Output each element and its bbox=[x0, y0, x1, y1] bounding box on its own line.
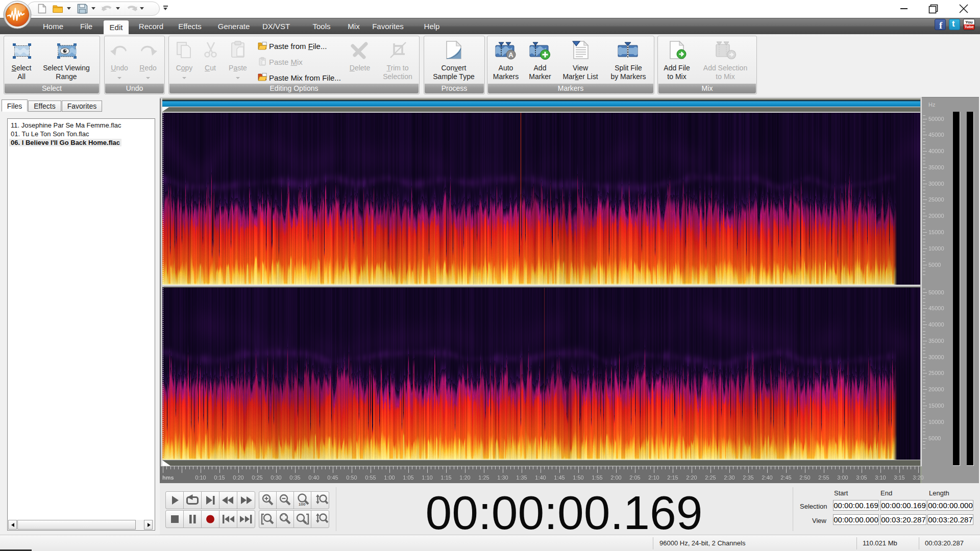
svg-text:A: A bbox=[508, 51, 513, 59]
svg-text:100: 100 bbox=[299, 502, 306, 507]
